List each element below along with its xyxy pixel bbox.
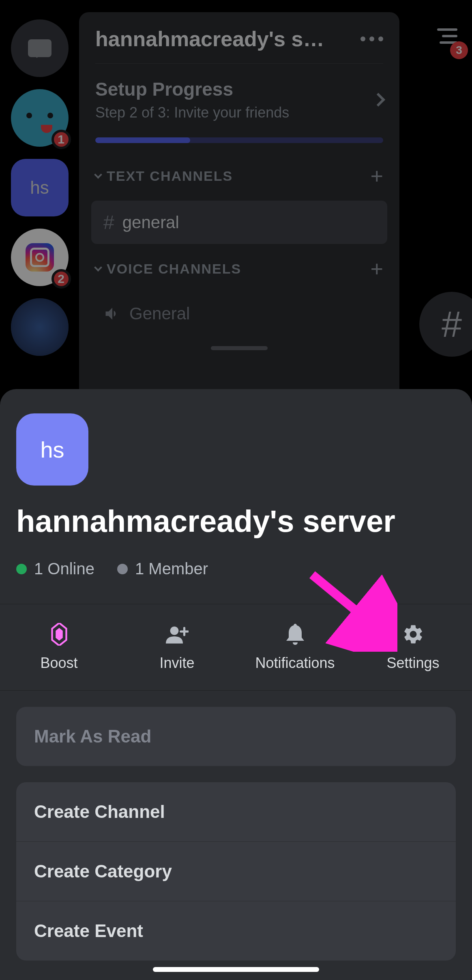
mark-read-card: Mark As Read: [16, 707, 456, 766]
progress-fill: [95, 137, 190, 143]
chevron-down-icon: [94, 171, 102, 179]
channel-name: general: [122, 213, 179, 232]
background-app: 1 hs 2 hannahmacready's ser... Setup Pro…: [0, 0, 472, 389]
svg-point-0: [170, 627, 178, 635]
category-label: TEXT CHANNELS: [107, 168, 233, 184]
add-channel-icon[interactable]: +: [370, 256, 383, 281]
server-instagram[interactable]: 2: [11, 229, 69, 286]
server-hs-selected[interactable]: hs: [11, 159, 69, 216]
member-list-icon[interactable]: [437, 28, 457, 44]
notifications-label: Notifications: [255, 655, 335, 672]
channel-panel: hannahmacready's ser... Setup Progress S…: [79, 12, 399, 389]
category-label: VOICE CHANNELS: [107, 261, 241, 277]
dm-button[interactable]: [11, 19, 69, 77]
progress-bar: [95, 137, 383, 143]
online-dot-icon: [16, 564, 27, 574]
server-title: hannahmacready's server: [16, 503, 456, 539]
invite-label: Invite: [159, 655, 194, 672]
create-category-item[interactable]: Create Category: [16, 842, 456, 901]
server-avatar-image: [11, 298, 69, 356]
server-vault[interactable]: [11, 298, 69, 356]
setup-subtitle: Step 2 of 3: Invite your friends: [95, 104, 289, 121]
channel-name: General: [129, 304, 190, 323]
notifications-button[interactable]: Notifications: [236, 604, 354, 690]
action-bar: Boost Invite Notifications Settings: [0, 604, 472, 691]
home-indicator[interactable]: [153, 967, 319, 972]
server-avatar[interactable]: hs: [16, 413, 88, 486]
member-count: 1 Member: [117, 560, 208, 578]
online-count: 1 Online: [16, 560, 94, 578]
setup-title: Setup Progress: [95, 78, 289, 100]
text-channels-category[interactable]: TEXT CHANNELS +: [79, 155, 399, 197]
instagram-icon: [26, 243, 54, 272]
notification-badge: 1: [51, 130, 71, 149]
channel-general-text[interactable]: # general: [91, 201, 387, 244]
notification-badge: 3: [450, 41, 468, 59]
create-actions-card: Create Channel Create Category Create Ev…: [16, 782, 456, 961]
channel-hash-avatar: #: [419, 292, 472, 357]
right-strip: 3 #: [415, 0, 472, 389]
server-initials: hs: [40, 437, 64, 463]
invite-icon: [166, 623, 189, 646]
add-channel-icon[interactable]: +: [370, 163, 383, 188]
server-name-header[interactable]: hannahmacready's ser...: [95, 27, 330, 51]
chat-icon: [28, 39, 51, 57]
more-icon[interactable]: [360, 36, 383, 41]
gear-icon: [402, 623, 425, 646]
drag-handle[interactable]: [211, 346, 268, 350]
invite-button[interactable]: Invite: [118, 604, 236, 690]
chevron-right-icon: [371, 93, 385, 107]
bell-icon: [285, 623, 305, 646]
server-actions-sheet: hs hannahmacready's server 1 Online 1 Me…: [0, 389, 472, 980]
mark-as-read-item[interactable]: Mark As Read: [16, 707, 456, 766]
member-label: 1 Member: [135, 560, 208, 578]
create-channel-item[interactable]: Create Channel: [16, 782, 456, 842]
server-initials: hs: [30, 178, 49, 198]
voice-channels-category[interactable]: VOICE CHANNELS +: [79, 248, 399, 289]
server-list: 1 hs 2: [0, 0, 79, 389]
channel-general-voice[interactable]: General: [91, 293, 387, 334]
notification-badge: 2: [51, 269, 71, 289]
boost-button[interactable]: Boost: [0, 604, 118, 690]
settings-button[interactable]: Settings: [354, 604, 472, 690]
server-teal[interactable]: 1: [11, 89, 69, 147]
boost-icon: [50, 623, 68, 646]
chevron-down-icon: [94, 263, 102, 272]
member-dot-icon: [117, 564, 128, 574]
speaker-icon: [103, 305, 121, 323]
online-label: 1 Online: [34, 560, 94, 578]
settings-label: Settings: [386, 655, 439, 672]
hash-icon: #: [103, 211, 114, 233]
status-row: 1 Online 1 Member: [16, 560, 456, 578]
setup-progress-row[interactable]: Setup Progress Step 2 of 3: Invite your …: [79, 64, 399, 129]
create-event-item[interactable]: Create Event: [16, 901, 456, 961]
boost-label: Boost: [40, 655, 77, 672]
